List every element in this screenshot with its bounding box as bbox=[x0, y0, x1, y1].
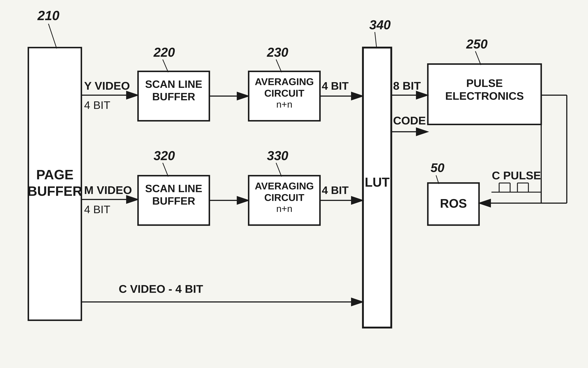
c-pulse-label: C PULSE bbox=[492, 169, 541, 182]
ref-210-label: 210 bbox=[37, 8, 59, 23]
avg-circuit-top-nplus: n+n bbox=[276, 99, 292, 110]
ref-320-label: 320 bbox=[154, 149, 175, 163]
ref-50-label: 50 bbox=[431, 161, 445, 175]
scan-line-buffer-bottom-label2: BUFFER bbox=[152, 195, 195, 207]
page-buffer-label2: BUFFER bbox=[27, 184, 82, 199]
4bit-top-label: 4 BIT bbox=[84, 99, 110, 111]
y-video-label: Y VIDEO bbox=[84, 79, 130, 92]
diagram-container: 210 PAGE BUFFER Y VIDEO 4 BIT 220 SCAN L… bbox=[0, 0, 588, 368]
ref-330-label: 330 bbox=[267, 149, 288, 163]
pulse-electronics-label: PULSE bbox=[466, 77, 503, 89]
page-buffer-label: PAGE bbox=[36, 167, 73, 182]
4bit-bottom-label: 4 BIT bbox=[84, 203, 110, 216]
m-video-label: M VIDEO bbox=[84, 184, 132, 196]
c-video-label: C VIDEO - 4 BIT bbox=[119, 283, 203, 295]
scan-line-buffer-top-label2: BUFFER bbox=[152, 91, 195, 102]
4bit-avg-top-label: 4 BIT bbox=[322, 80, 349, 92]
avg-circuit-bottom-nplus: n+n bbox=[276, 203, 292, 214]
pulse-electronics-label2: ELECTRONICS bbox=[445, 90, 524, 102]
avg-circuit-top-label: AVERAGING bbox=[255, 76, 314, 87]
lut-label: LUT bbox=[365, 175, 390, 189]
ros-label: ROS bbox=[440, 196, 467, 210]
ref-220-label: 220 bbox=[153, 45, 175, 59]
avg-circuit-top-label2: CIRCUIT bbox=[264, 88, 304, 99]
ref-250-label: 250 bbox=[466, 37, 488, 51]
avg-circuit-bottom-label: AVERAGING bbox=[255, 180, 314, 191]
4bit-avg-bottom-label: 4 BIT bbox=[322, 184, 349, 196]
scan-line-buffer-top-label: SCAN LINE bbox=[145, 78, 202, 90]
scan-line-buffer-bottom-label: SCAN LINE bbox=[145, 183, 202, 194]
ref-230-label: 230 bbox=[267, 45, 288, 59]
ref-340-label: 340 bbox=[369, 18, 391, 32]
8bit-label: 8 BIT bbox=[393, 79, 421, 92]
code-label: CODE bbox=[393, 114, 426, 127]
avg-circuit-bottom-label2: CIRCUIT bbox=[264, 192, 304, 203]
